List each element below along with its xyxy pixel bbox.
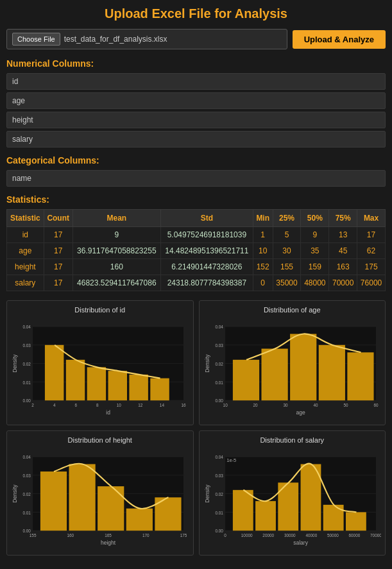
chart-box-2: Distribution of heightDensityheight15516…: [6, 430, 194, 556]
categorical-columns-title: Categorical Columns:: [6, 155, 386, 166]
svg-text:0.00: 0.00: [215, 398, 223, 403]
th-max: Max: [357, 210, 386, 227]
table-row: age 17 36.9117647058823255 14.4824895139…: [7, 243, 386, 259]
svg-rect-59: [98, 486, 124, 531]
svg-text:age: age: [296, 409, 305, 416]
svg-text:0.04: 0.04: [215, 455, 223, 459]
svg-text:0.04: 0.04: [22, 455, 31, 459]
svg-text:Density: Density: [203, 484, 210, 503]
cell-min: 1: [253, 227, 273, 243]
svg-text:40: 40: [313, 403, 318, 407]
svg-text:0.03: 0.03: [22, 343, 31, 348]
svg-text:20: 20: [253, 403, 258, 407]
cell-min: 0: [253, 275, 273, 291]
cell-p75: 70000: [329, 275, 357, 291]
cell-name: id: [7, 227, 44, 243]
svg-text:30: 30: [283, 403, 288, 407]
svg-text:10000: 10000: [241, 533, 252, 538]
th-std: Std: [160, 210, 253, 227]
th-50: 50%: [301, 210, 329, 227]
svg-text:170: 170: [142, 533, 149, 538]
cell-mean: 160: [72, 259, 160, 275]
svg-rect-11: [150, 378, 169, 401]
table-row: salary 17 46823.5294117647086 24318.8077…: [7, 275, 386, 291]
cell-p50: 35: [301, 243, 329, 259]
svg-text:0.02: 0.02: [215, 492, 223, 497]
chart-title-2: Distribution of height: [11, 436, 189, 444]
file-input-wrapper: Choose File test_data_for_df_analysis.xl…: [6, 29, 287, 49]
svg-text:0.01: 0.01: [215, 380, 223, 385]
chart-title-1: Distribution of age: [203, 306, 382, 314]
table-row: id 17 9 5.04975246918181039 1 5 9 13 17: [7, 227, 386, 243]
svg-text:10: 10: [223, 403, 228, 407]
th-mean: Mean: [72, 210, 160, 227]
chart-svg-2: Densityheight1551601651701750.000.010.02…: [11, 446, 189, 549]
cell-min: 10: [253, 243, 273, 259]
cell-p25: 155: [273, 259, 301, 275]
svg-text:Density: Density: [12, 354, 18, 373]
svg-rect-36: [318, 345, 345, 400]
svg-text:Density: Density: [12, 484, 18, 503]
charts-grid: Distribution of idDensityid2468101214160…: [6, 300, 386, 556]
table-row: height 17 160 6.214901447328026 152 155 …: [7, 259, 386, 275]
svg-text:0.02: 0.02: [22, 362, 31, 366]
th-min: Min: [253, 210, 273, 227]
cell-count: 17: [44, 243, 72, 259]
svg-text:0.03: 0.03: [215, 473, 223, 478]
cell-count: 17: [44, 227, 72, 243]
cell-count: 17: [44, 275, 72, 291]
svg-text:70000: 70000: [370, 533, 381, 538]
chart-svg-1: Densityage1020304050600.000.010.020.030.…: [203, 316, 382, 419]
page-title: Upload Excel File for Analysis: [6, 6, 386, 21]
cell-min: 152: [253, 259, 273, 275]
cell-max: 76000: [357, 275, 386, 291]
svg-text:0.02: 0.02: [22, 492, 31, 497]
svg-text:175: 175: [180, 533, 187, 538]
svg-text:0.01: 0.01: [22, 511, 31, 515]
svg-text:10: 10: [117, 403, 122, 407]
svg-text:40000: 40000: [305, 533, 317, 538]
svg-rect-57: [40, 471, 67, 531]
cell-mean: 46823.5294117647086: [72, 275, 160, 291]
svg-rect-60: [126, 509, 153, 531]
svg-text:2: 2: [31, 403, 34, 407]
svg-rect-8: [87, 367, 106, 400]
svg-text:6: 6: [74, 403, 77, 407]
svg-text:60000: 60000: [348, 533, 360, 538]
cell-max: 175: [357, 259, 386, 275]
svg-rect-9: [108, 371, 127, 400]
categorical-columns-section: Categorical Columns: name: [6, 155, 386, 187]
svg-text:8: 8: [96, 403, 99, 407]
cell-mean: 9: [72, 227, 160, 243]
numerical-columns-section: Numerical Columns: id age height salary: [6, 58, 386, 148]
file-name-display: test_data_for_df_analysis.xlsx: [64, 35, 167, 44]
upload-analyze-button[interactable]: Upload & Analyze: [293, 30, 386, 49]
svg-rect-37: [347, 352, 373, 400]
numerical-col-id: id: [6, 73, 386, 90]
svg-text:0.01: 0.01: [215, 511, 223, 515]
numerical-col-height: height: [6, 112, 386, 128]
categorical-col-name: name: [6, 170, 386, 187]
chart-box-3: Distribution of salaryDensity1e-5salary0…: [199, 430, 386, 556]
svg-text:height: height: [101, 539, 116, 546]
cell-p50: 159: [301, 259, 329, 275]
svg-text:Density: Density: [203, 354, 210, 373]
svg-rect-58: [69, 464, 96, 531]
numerical-col-salary: salary: [6, 131, 386, 148]
svg-text:1e-5: 1e-5: [226, 458, 236, 464]
svg-rect-7: [66, 360, 85, 400]
svg-text:0.01: 0.01: [22, 380, 31, 385]
statistics-title: Statistics:: [6, 194, 386, 205]
svg-text:50000: 50000: [327, 533, 338, 538]
statistics-section: Statistics: Statistic Count Mean Std Min…: [6, 194, 386, 291]
svg-text:4: 4: [53, 403, 56, 407]
svg-rect-34: [261, 349, 287, 401]
svg-text:0.02: 0.02: [215, 362, 223, 366]
cell-std: 24318.8077784398387: [160, 275, 253, 291]
chart-box-0: Distribution of idDensityid2468101214160…: [6, 300, 194, 425]
svg-text:0.00: 0.00: [22, 529, 31, 533]
svg-text:0.03: 0.03: [215, 343, 223, 348]
svg-rect-81: [255, 501, 276, 531]
choose-file-button[interactable]: Choose File: [12, 33, 60, 46]
cell-std: 6.214901447328026: [160, 259, 253, 275]
